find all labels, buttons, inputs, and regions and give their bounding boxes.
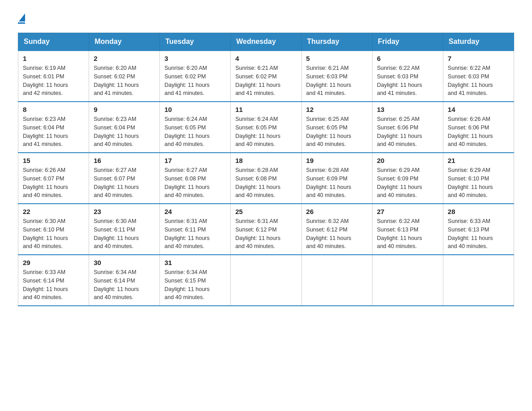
col-header-wednesday: Wednesday [231, 33, 301, 51]
calendar-cell: 5 Sunrise: 6:21 AM Sunset: 6:03 PM Dayli… [301, 51, 372, 102]
col-header-tuesday: Tuesday [160, 33, 231, 51]
calendar-cell: 25 Sunrise: 6:31 AM Sunset: 6:12 PM Dayl… [231, 204, 301, 255]
day-info: Sunrise: 6:33 AM Sunset: 6:13 PM Dayligh… [448, 217, 509, 251]
day-number: 19 [306, 157, 368, 164]
day-number: 30 [94, 259, 155, 266]
calendar-cell: 31 Sunrise: 6:34 AM Sunset: 6:15 PM Dayl… [160, 255, 231, 306]
day-info: Sunrise: 6:21 AM Sunset: 6:03 PM Dayligh… [306, 64, 368, 98]
day-number: 8 [23, 106, 84, 113]
day-info: Sunrise: 6:31 AM Sunset: 6:11 PM Dayligh… [164, 217, 226, 251]
day-info: Sunrise: 6:27 AM Sunset: 6:08 PM Dayligh… [164, 166, 226, 200]
day-info: Sunrise: 6:34 AM Sunset: 6:14 PM Dayligh… [94, 268, 155, 302]
calendar-week-1: 1 Sunrise: 6:19 AM Sunset: 6:01 PM Dayli… [18, 51, 514, 102]
day-info: Sunrise: 6:24 AM Sunset: 6:05 PM Dayligh… [235, 115, 296, 149]
day-number: 7 [448, 55, 509, 62]
calendar-cell: 11 Sunrise: 6:24 AM Sunset: 6:05 PM Dayl… [231, 102, 301, 153]
day-info: Sunrise: 6:27 AM Sunset: 6:07 PM Dayligh… [94, 166, 155, 200]
day-info: Sunrise: 6:28 AM Sunset: 6:08 PM Dayligh… [235, 166, 296, 200]
calendar-cell: 12 Sunrise: 6:25 AM Sunset: 6:05 PM Dayl… [301, 102, 372, 153]
day-number: 1 [23, 55, 84, 62]
day-number: 20 [377, 157, 438, 164]
day-number: 14 [448, 106, 509, 113]
day-number: 15 [23, 157, 84, 164]
day-number: 13 [377, 106, 438, 113]
day-info: Sunrise: 6:22 AM Sunset: 6:03 PM Dayligh… [377, 64, 438, 98]
calendar-cell [231, 255, 301, 306]
day-number: 9 [94, 106, 155, 113]
day-number: 24 [164, 208, 226, 215]
calendar-cell: 2 Sunrise: 6:20 AM Sunset: 6:02 PM Dayli… [89, 51, 160, 102]
day-info: Sunrise: 6:29 AM Sunset: 6:10 PM Dayligh… [448, 166, 509, 200]
calendar-cell: 19 Sunrise: 6:28 AM Sunset: 6:09 PM Dayl… [301, 153, 372, 204]
day-info: Sunrise: 6:30 AM Sunset: 6:11 PM Dayligh… [94, 217, 155, 251]
calendar-cell: 21 Sunrise: 6:29 AM Sunset: 6:10 PM Dayl… [443, 153, 514, 204]
col-header-monday: Monday [89, 33, 160, 51]
day-info: Sunrise: 6:31 AM Sunset: 6:12 PM Dayligh… [235, 217, 296, 251]
day-number: 5 [306, 55, 368, 62]
calendar-cell: 17 Sunrise: 6:27 AM Sunset: 6:08 PM Dayl… [160, 153, 231, 204]
day-info: Sunrise: 6:20 AM Sunset: 6:02 PM Dayligh… [164, 64, 226, 98]
day-number: 12 [306, 106, 368, 113]
calendar-cell [372, 255, 443, 306]
day-info: Sunrise: 6:32 AM Sunset: 6:12 PM Dayligh… [306, 217, 368, 251]
calendar-cell: 26 Sunrise: 6:32 AM Sunset: 6:12 PM Dayl… [301, 204, 372, 255]
calendar-cell: 3 Sunrise: 6:20 AM Sunset: 6:02 PM Dayli… [160, 51, 231, 102]
day-info: Sunrise: 6:28 AM Sunset: 6:09 PM Dayligh… [306, 166, 368, 200]
calendar-cell: 23 Sunrise: 6:30 AM Sunset: 6:11 PM Dayl… [89, 204, 160, 255]
day-number: 31 [164, 259, 226, 266]
day-number: 27 [377, 208, 438, 215]
day-info: Sunrise: 6:21 AM Sunset: 6:02 PM Dayligh… [235, 64, 296, 98]
calendar-week-3: 15 Sunrise: 6:26 AM Sunset: 6:07 PM Dayl… [18, 153, 514, 204]
calendar-cell: 18 Sunrise: 6:28 AM Sunset: 6:08 PM Dayl… [231, 153, 301, 204]
day-info: Sunrise: 6:33 AM Sunset: 6:14 PM Dayligh… [23, 268, 84, 302]
calendar-cell: 7 Sunrise: 6:22 AM Sunset: 6:03 PM Dayli… [443, 51, 514, 102]
logo [18, 13, 25, 24]
day-info: Sunrise: 6:25 AM Sunset: 6:05 PM Dayligh… [306, 115, 368, 149]
calendar-table: SundayMondayTuesdayWednesdayThursdayFrid… [18, 33, 514, 306]
logo-triangle-icon [19, 13, 25, 21]
col-header-saturday: Saturday [443, 33, 514, 51]
calendar-cell: 6 Sunrise: 6:22 AM Sunset: 6:03 PM Dayli… [372, 51, 443, 102]
col-header-friday: Friday [372, 33, 443, 51]
calendar-cell: 10 Sunrise: 6:24 AM Sunset: 6:05 PM Dayl… [160, 102, 231, 153]
day-number: 16 [94, 157, 155, 164]
calendar-cell [443, 255, 514, 306]
calendar-week-2: 8 Sunrise: 6:23 AM Sunset: 6:04 PM Dayli… [18, 102, 514, 153]
calendar-cell: 14 Sunrise: 6:26 AM Sunset: 6:06 PM Dayl… [443, 102, 514, 153]
day-info: Sunrise: 6:30 AM Sunset: 6:10 PM Dayligh… [23, 217, 84, 251]
calendar-cell: 16 Sunrise: 6:27 AM Sunset: 6:07 PM Dayl… [89, 153, 160, 204]
day-number: 23 [94, 208, 155, 215]
calendar-cell: 28 Sunrise: 6:33 AM Sunset: 6:13 PM Dayl… [443, 204, 514, 255]
calendar-cell: 13 Sunrise: 6:25 AM Sunset: 6:06 PM Dayl… [372, 102, 443, 153]
calendar-cell: 27 Sunrise: 6:32 AM Sunset: 6:13 PM Dayl… [372, 204, 443, 255]
page-header [18, 13, 514, 24]
calendar-cell [301, 255, 372, 306]
day-info: Sunrise: 6:24 AM Sunset: 6:05 PM Dayligh… [164, 115, 226, 149]
day-info: Sunrise: 6:26 AM Sunset: 6:07 PM Dayligh… [23, 166, 84, 200]
day-number: 21 [448, 157, 509, 164]
col-header-sunday: Sunday [18, 33, 89, 51]
calendar-cell: 29 Sunrise: 6:33 AM Sunset: 6:14 PM Dayl… [18, 255, 89, 306]
day-number: 26 [306, 208, 368, 215]
day-info: Sunrise: 6:32 AM Sunset: 6:13 PM Dayligh… [377, 217, 438, 251]
calendar-cell: 1 Sunrise: 6:19 AM Sunset: 6:01 PM Dayli… [18, 51, 89, 102]
calendar-cell: 22 Sunrise: 6:30 AM Sunset: 6:10 PM Dayl… [18, 204, 89, 255]
calendar-cell: 30 Sunrise: 6:34 AM Sunset: 6:14 PM Dayl… [89, 255, 160, 306]
day-number: 10 [164, 106, 226, 113]
day-info: Sunrise: 6:20 AM Sunset: 6:02 PM Dayligh… [94, 64, 155, 98]
calendar-week-4: 22 Sunrise: 6:30 AM Sunset: 6:10 PM Dayl… [18, 204, 514, 255]
day-info: Sunrise: 6:26 AM Sunset: 6:06 PM Dayligh… [448, 115, 509, 149]
day-number: 6 [377, 55, 438, 62]
day-info: Sunrise: 6:23 AM Sunset: 6:04 PM Dayligh… [94, 115, 155, 149]
day-number: 2 [94, 55, 155, 62]
day-number: 25 [235, 208, 296, 215]
day-info: Sunrise: 6:19 AM Sunset: 6:01 PM Dayligh… [23, 64, 84, 98]
day-info: Sunrise: 6:25 AM Sunset: 6:06 PM Dayligh… [377, 115, 438, 149]
day-number: 3 [164, 55, 226, 62]
day-number: 28 [448, 208, 509, 215]
day-info: Sunrise: 6:22 AM Sunset: 6:03 PM Dayligh… [448, 64, 509, 98]
calendar-week-5: 29 Sunrise: 6:33 AM Sunset: 6:14 PM Dayl… [18, 255, 514, 306]
day-number: 11 [235, 106, 296, 113]
day-number: 22 [23, 208, 84, 215]
day-info: Sunrise: 6:23 AM Sunset: 6:04 PM Dayligh… [23, 115, 84, 149]
